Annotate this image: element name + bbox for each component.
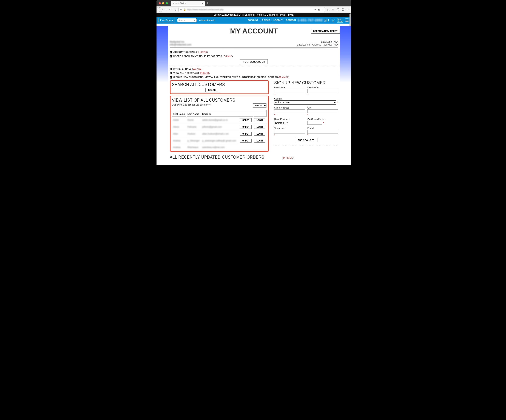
phone-field[interactable]	[274, 130, 305, 134]
label-state: State/Province	[274, 118, 305, 120]
menu-icon[interactable]: ≡	[346, 8, 350, 12]
label-city: City	[307, 107, 338, 109]
new-tab-icon[interactable]: +	[206, 1, 209, 5]
info-icon[interactable]: ⓘ	[341, 8, 345, 12]
twitter-icon[interactable]: 🐦	[331, 18, 335, 22]
account-identity: Redacted Inc info@redacted.com	[170, 40, 191, 46]
reader-icon[interactable]: ▣	[318, 8, 320, 11]
lock-icon: 🔒	[183, 8, 186, 11]
pagination-label: Displaying 1 to 158 (of 158 customers)	[172, 103, 267, 106]
nav-contact[interactable]: CONTACT	[286, 19, 296, 21]
chevron-right-icon[interactable]	[170, 51, 172, 53]
label-zip: Zip Code (Postal):	[307, 118, 338, 120]
hamburger-icon[interactable]: ☰	[345, 18, 349, 22]
advanced-search-link[interactable]: Advanced Search	[199, 19, 215, 21]
home-icon[interactable]: ⌂	[173, 8, 177, 12]
street-field[interactable]	[274, 109, 305, 113]
label-first-name: First Name	[274, 86, 305, 89]
login-button[interactable]: LOGIN	[254, 125, 265, 129]
tab-title: Miracle Water	[173, 2, 186, 4]
expand-users[interactable]: EXPAND	[223, 55, 232, 58]
zip-field[interactable]	[307, 121, 322, 125]
customers-table: First Name Last Name Email ID AdeleDumea…	[172, 111, 267, 151]
inner-scrollbar[interactable]	[266, 110, 267, 117]
close-window-icon[interactable]	[159, 2, 161, 4]
table-row: Andreap_Slesingerp_aslesinger.caffrey@ g…	[172, 138, 266, 144]
view-all-select[interactable]: View All	[253, 103, 266, 108]
city-field[interactable]	[307, 109, 338, 113]
minimize-recent-orders[interactable]: MINIMIZE	[283, 157, 293, 159]
add-user-button[interactable]: ADD NEW USER	[295, 138, 317, 142]
nav-items[interactable]: 6 ITEMS	[262, 19, 270, 21]
star-icon[interactable]: ☆	[321, 8, 323, 11]
label-street: Street Address	[274, 107, 305, 109]
create-ticket-button[interactable]: CREATE A NEW TICKET	[311, 29, 340, 34]
maximize-window-icon[interactable]	[166, 2, 168, 4]
address-bar[interactable]: ⛨ 🔒 https://www.redacted.com/account.php…	[179, 7, 325, 12]
country-select[interactable]: United States	[274, 100, 336, 105]
minimize-signup-section[interactable]: MINIMIZE	[279, 76, 289, 79]
label-phone: Telephone	[274, 127, 305, 129]
table-row: AlexisFelicartajeflorts@gmail.comORDERLO…	[172, 124, 266, 130]
signup-customer-title: SIGNUP NEW CUSTOMER	[274, 80, 328, 85]
order-button[interactable]: ORDER	[240, 132, 252, 136]
library-icon[interactable]: ⫼	[326, 8, 330, 12]
order-button[interactable]: ORDER	[240, 139, 252, 143]
account-icon[interactable]: ◯	[336, 8, 340, 12]
expand-account-settings[interactable]: EXPAND	[199, 51, 207, 53]
chevron-right-icon[interactable]	[170, 55, 172, 58]
expand-all-referrals[interactable]: EXPAND	[200, 72, 209, 74]
col-email: Email ID	[201, 112, 239, 117]
col-first-name: First Name	[172, 112, 186, 117]
email-field[interactable]	[307, 130, 338, 134]
youtube-icon[interactable]: YouTube	[337, 18, 343, 23]
browser-tabbar: Miracle Water × +	[157, 0, 351, 6]
last-ip: Last Login IP Address Recorded: N/A	[297, 43, 338, 46]
login-button[interactable]: LOGIN	[254, 139, 265, 143]
page-title: MY ACCOUNT	[230, 27, 278, 35]
complete-order-button[interactable]: COMPLETE ORDER	[240, 59, 268, 64]
search-customers-input[interactable]	[172, 88, 206, 93]
label-country: Country	[274, 97, 338, 100]
first-name-field[interactable]	[274, 89, 305, 93]
nav-account[interactable]: ACCOUNT	[248, 19, 258, 21]
phone-number: 1-651-767-2892	[298, 18, 323, 22]
search-input[interactable]: Search ⌕	[177, 18, 197, 22]
order-button[interactable]: ORDER	[240, 118, 252, 122]
back-icon[interactable]: ←	[158, 7, 163, 12]
list-customers-title: VIEW LIST OF ALL CUSTOMERS	[172, 98, 253, 102]
close-tab-icon[interactable]: ×	[201, 2, 203, 5]
shipping-link[interactable]: Shipping	[245, 13, 254, 16]
search-icon[interactable]: ⌕	[194, 19, 195, 21]
promo-bar: Use SALE2020 for 20% OFF! Shipping | Ret…	[157, 13, 351, 17]
forward-icon[interactable]: →	[164, 8, 167, 12]
sidebar-icon[interactable]: ▤	[331, 8, 335, 12]
login-button[interactable]: LOGIN	[254, 118, 265, 122]
state-select[interactable]: Select a state	[274, 121, 288, 125]
instagram-icon[interactable]: ⌻	[324, 18, 326, 22]
expand-my-referrals[interactable]: EXPAND	[193, 68, 201, 70]
minimize-window-icon[interactable]	[162, 2, 164, 4]
more-icon[interactable]: •••	[314, 8, 316, 11]
table-row: AdeleDumeadele.dume@gmail.co mORDERLOGIN	[172, 117, 266, 123]
returns-link[interactable]: Returns & Exchange	[256, 13, 277, 16]
last-name-field[interactable]	[307, 89, 338, 93]
reload-icon[interactable]: ⟳	[169, 8, 173, 12]
table-row: AllanHudsonallan.hudson@email.c omORDERL…	[172, 131, 266, 137]
privacy-link[interactable]: Privacy	[287, 13, 294, 16]
order-button[interactable]: ORDER	[240, 125, 252, 129]
email-signup-button[interactable]: Email Signup	[158, 18, 175, 22]
url-text: https://www.redacted.com/account.php	[187, 8, 223, 11]
chevron-right-icon[interactable]	[170, 68, 172, 70]
search-customers-button[interactable]: SEARCH	[206, 88, 220, 93]
search-customers-highlight: SEARCH ALL CUSTOMERS SEARCH	[170, 80, 269, 94]
chevron-right-icon[interactable]	[170, 76, 172, 79]
label-last-name: Last Name	[307, 86, 338, 89]
facebook-icon[interactable]: f	[328, 18, 329, 22]
nav-logout[interactable]: LOGOUT	[273, 19, 282, 21]
col-last-name: Last Name	[187, 112, 201, 117]
terms-link[interactable]: Terms	[279, 13, 285, 16]
login-button[interactable]: LOGIN	[254, 132, 265, 136]
browser-tab[interactable]: Miracle Water ×	[171, 1, 205, 6]
chevron-right-icon[interactable]	[170, 72, 172, 74]
